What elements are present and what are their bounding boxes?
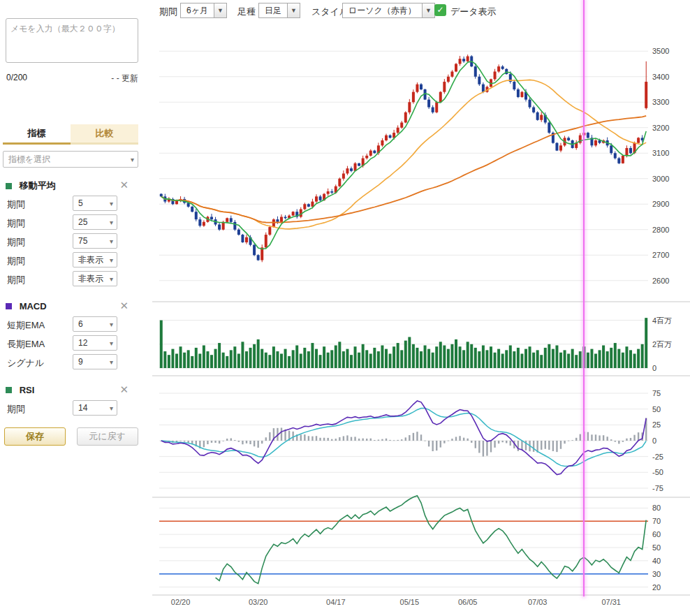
ma-period-row-2: 期間 25▾ — [0, 214, 152, 231]
macd-fast-select[interactable]: 6▾ — [73, 316, 117, 332]
ma-period-row-4: 期間 非表示▾ — [0, 252, 152, 269]
ma-period-4-select[interactable]: 非表示▾ — [73, 252, 117, 267]
svg-text:-75: -75 — [652, 484, 663, 492]
rsi-period-select[interactable]: 14▾ — [73, 400, 117, 416]
svg-text:0: 0 — [652, 364, 656, 372]
row-label: シグナル — [7, 357, 44, 369]
rsi-color-swatch — [6, 387, 12, 393]
ma-period-5-select[interactable]: 非表示▾ — [73, 271, 117, 286]
memo-char-counter: 0/200 — [6, 73, 27, 82]
ma-period-row-5: 期間 非表示▾ — [0, 271, 152, 288]
data-display-checkbox[interactable]: ✓ — [434, 4, 446, 16]
svg-text:2百万: 2百万 — [652, 340, 672, 349]
indicator-section-macd: MACD ✕ 短期EMA 6▾ 長期EMA 12▾ シグナル 9▾ — [0, 297, 152, 377]
select-value: 75 — [78, 236, 87, 246]
interval-select[interactable]: 日足 ▼ — [258, 3, 300, 18]
close-icon[interactable]: ✕ — [119, 383, 129, 396]
ma-period-3-select[interactable]: 75▾ — [73, 233, 117, 249]
chevron-down-icon: ▾ — [110, 237, 113, 245]
memo-input[interactable] — [6, 18, 138, 63]
svg-text:30: 30 — [652, 570, 661, 578]
dropdown-arrow-button[interactable]: ▼ — [288, 3, 300, 18]
chevron-down-icon: ▾ — [110, 275, 113, 283]
select-value: 非表示 — [78, 273, 103, 285]
chart-marks — [159, 54, 648, 583]
ma-period-2-select[interactable]: 25▾ — [73, 214, 117, 230]
save-button[interactable]: 保存 — [4, 427, 66, 446]
style-select[interactable]: ローソク（赤青） ▼ — [342, 3, 435, 18]
svg-text:20: 20 — [652, 583, 661, 592]
close-icon[interactable]: ✕ — [119, 300, 129, 312]
ma-period-row-3: 期間 75▾ — [0, 233, 152, 250]
indicator-select[interactable]: 指標を選択 ▾ — [3, 151, 138, 168]
svg-text:50: 50 — [652, 543, 661, 552]
data-display-label: データ表示 — [450, 6, 497, 18]
svg-text:-50: -50 — [652, 468, 663, 476]
axis-labels: 3500340033003200310030002900280027002600… — [171, 47, 672, 606]
macd-section-title: MACD — [20, 301, 47, 311]
macd-section-header: MACD ✕ — [0, 297, 152, 315]
svg-text:3500: 3500 — [652, 47, 669, 55]
select-value: 日足 — [258, 3, 288, 18]
dropdown-arrow-button[interactable]: ▼ — [423, 3, 435, 18]
svg-text:3200: 3200 — [652, 124, 669, 132]
row-label: 期間 — [7, 236, 25, 249]
svg-text:70: 70 — [652, 517, 661, 525]
ma-period-1-select[interactable]: 5▾ — [73, 196, 117, 211]
svg-text:3400: 3400 — [652, 73, 669, 81]
dropdown-arrow-button[interactable]: ▼ — [214, 3, 227, 18]
sidebar: 0/200 - - 更新 指標 比較 指標を選択 ▾ 移動平均 ✕ 期間 5▾ — [0, 0, 152, 616]
row-label: 長期EMA — [7, 338, 45, 351]
indicator-section-rsi: RSI ✕ 期間 14▾ — [0, 381, 152, 423]
svg-text:04/17: 04/17 — [326, 598, 346, 606]
chevron-down-icon: ▾ — [110, 200, 113, 207]
svg-text:-25: -25 — [652, 453, 663, 461]
chevron-down-icon: ▾ — [110, 358, 113, 366]
svg-text:4百万: 4百万 — [652, 316, 672, 325]
gridlines — [152, 51, 690, 595]
rsi-section-title: RSI — [20, 385, 35, 395]
rsi-period-row: 期間 14▾ — [0, 400, 152, 417]
sidebar-buttons: 保存 元に戻す — [4, 427, 148, 446]
svg-text:80: 80 — [652, 504, 661, 512]
select-value: 14 — [78, 403, 87, 413]
stock-chart-canvas[interactable]: 3500340033003200310030002900280027002600… — [152, 21, 690, 616]
chevron-down-icon: ▾ — [110, 404, 113, 412]
row-label: 期間 — [7, 255, 25, 267]
select-value: ローソク（赤青） — [342, 3, 423, 18]
row-label: 期間 — [7, 217, 25, 230]
chevron-down-icon: ▾ — [110, 219, 113, 226]
select-value: 12 — [78, 338, 87, 348]
macd-color-swatch — [6, 303, 12, 309]
row-label: 期間 — [7, 274, 25, 286]
row-label: 短期EMA — [7, 319, 45, 332]
ma-color-swatch — [6, 183, 12, 189]
chevron-down-icon: ▾ — [131, 156, 134, 163]
macd-slow-row: 長期EMA 12▾ — [0, 335, 152, 352]
svg-text:40: 40 — [652, 557, 661, 565]
rsi-section-header: RSI ✕ — [0, 381, 152, 399]
svg-text:07/31: 07/31 — [601, 598, 621, 606]
interval-label: 足種 — [237, 6, 256, 18]
reset-button[interactable]: 元に戻す — [77, 427, 138, 446]
svg-text:02/20: 02/20 — [171, 598, 191, 606]
memo-update-link[interactable]: - - 更新 — [111, 73, 138, 85]
macd-fast-row: 短期EMA 6▾ — [0, 316, 152, 333]
tab-indicators[interactable]: 指標 — [3, 124, 71, 145]
tab-compare[interactable]: 比較 — [71, 124, 138, 145]
select-value: 9 — [78, 357, 83, 367]
close-icon[interactable]: ✕ — [119, 179, 129, 191]
macd-slow-select[interactable]: 12▾ — [73, 335, 117, 351]
svg-text:2700: 2700 — [652, 251, 669, 259]
chevron-down-icon: ▾ — [110, 256, 113, 264]
svg-text:06/05: 06/05 — [458, 598, 478, 606]
svg-text:05/15: 05/15 — [400, 598, 420, 606]
macd-signal-select[interactable]: 9▾ — [73, 354, 117, 369]
indicator-select-placeholder: 指標を選択 — [8, 154, 50, 166]
row-label: 期間 — [7, 403, 25, 416]
chevron-down-icon: ▾ — [110, 339, 113, 347]
period-select[interactable]: 6ヶ月 ▼ — [180, 3, 227, 18]
svg-text:3300: 3300 — [652, 98, 669, 106]
chart-area: 期間 6ヶ月 ▼ 足種 日足 ▼ スタイル ローソク（赤青） ▼ ✓ データ表示… — [152, 0, 690, 616]
svg-text:50: 50 — [652, 405, 661, 413]
